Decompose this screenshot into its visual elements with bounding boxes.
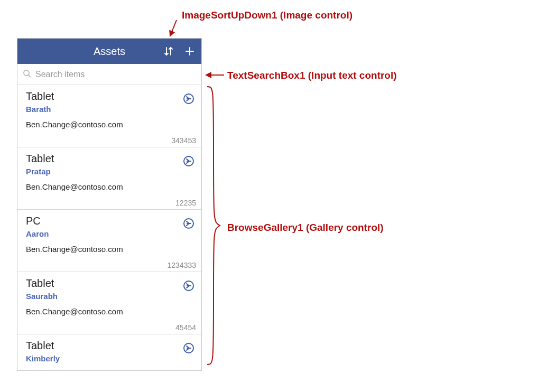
item-id: 343453 bbox=[171, 136, 196, 145]
app-frame: Assets bbox=[17, 38, 202, 371]
item-id: 45454 bbox=[175, 323, 196, 332]
item-email: Ben.Change@contoso.com bbox=[26, 245, 193, 254]
next-arrow-icon[interactable] bbox=[183, 218, 194, 229]
item-title: Tablet bbox=[26, 340, 193, 352]
annotation-gallery-label: BrowseGallery1 (Gallery control) bbox=[227, 222, 384, 234]
next-arrow-icon[interactable] bbox=[183, 156, 194, 166]
next-arrow-icon[interactable] bbox=[183, 343, 194, 353]
svg-point-6 bbox=[24, 70, 29, 76]
item-owner: Saurabh bbox=[26, 292, 193, 301]
annotation-searchbox-label: TextSearchBox1 (Input text control) bbox=[227, 70, 397, 81]
item-owner: Barath bbox=[26, 105, 193, 114]
annotation-arrow-top bbox=[167, 19, 181, 39]
item-id: 1234333 bbox=[167, 261, 196, 269]
annotation-sort-icon-label: ImageSortUpDown1 (Image control) bbox=[182, 10, 353, 21]
annotation-arrow-search bbox=[204, 71, 225, 79]
list-item[interactable]: Tablet Saurabh Ben.Change@contoso.com 45… bbox=[17, 272, 201, 334]
list-item[interactable]: Tablet Pratap Ben.Change@contoso.com 122… bbox=[17, 147, 201, 210]
item-owner: Aaron bbox=[26, 229, 193, 238]
svg-line-0 bbox=[170, 20, 177, 36]
item-title: Tablet bbox=[26, 90, 193, 102]
item-email: Ben.Change@contoso.com bbox=[26, 120, 193, 129]
search-row bbox=[17, 64, 201, 85]
item-title: PC bbox=[26, 215, 193, 227]
item-owner: Pratap bbox=[26, 167, 193, 176]
header-actions bbox=[163, 39, 195, 64]
search-input[interactable] bbox=[35, 70, 196, 79]
item-email: Ben.Change@contoso.com bbox=[26, 182, 193, 191]
item-id: 12235 bbox=[175, 199, 196, 207]
item-owner: Kimberly bbox=[26, 354, 193, 363]
next-arrow-icon[interactable] bbox=[183, 94, 194, 104]
list-item[interactable]: Tablet Barath Ben.Change@contoso.com 343… bbox=[17, 85, 201, 147]
list-item[interactable]: Tablet Kimberly bbox=[17, 334, 201, 370]
svg-line-7 bbox=[29, 75, 31, 77]
item-title: Tablet bbox=[26, 153, 193, 165]
search-icon bbox=[23, 69, 31, 80]
item-title: Tablet bbox=[26, 277, 193, 290]
header-bar: Assets bbox=[17, 39, 201, 64]
next-arrow-icon[interactable] bbox=[183, 281, 194, 291]
annotation-brace-gallery bbox=[205, 86, 221, 366]
add-icon[interactable] bbox=[184, 46, 195, 57]
list-item[interactable]: PC Aaron Ben.Change@contoso.com 1234333 bbox=[17, 210, 201, 272]
sort-updown-icon[interactable] bbox=[163, 46, 174, 57]
browse-gallery[interactable]: Tablet Barath Ben.Change@contoso.com 343… bbox=[17, 85, 201, 370]
item-email: Ben.Change@contoso.com bbox=[26, 307, 193, 316]
